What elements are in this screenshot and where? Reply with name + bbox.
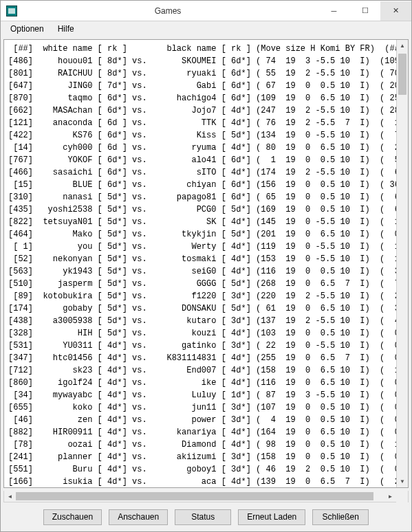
table-row[interactable]: [15] BLUE [ 6d*] vs. chiyan [ 6d*] (156 … <box>8 179 395 191</box>
table-row[interactable]: [882] HIR00911 [ 4d*] vs. kanariya [ 4d*… <box>8 426 395 439</box>
table-row[interactable]: [438] a3005938 [ 5d*] vs. kutaro [ 3d*] … <box>8 315 395 327</box>
game-list[interactable]: [##] white name [ rk ] black name [ rk ]… <box>4 40 396 487</box>
window-frame: Games ─ ☐ ✕ Optionen Hilfe [##] white na… <box>0 0 412 532</box>
button-bar: Zuschauen Anschauen Status Erneut Laden … <box>1 502 411 531</box>
erneut-laden-button[interactable]: Erneut Laden <box>238 509 305 525</box>
table-row[interactable]: [422] KS76 [ 6d*] vs. Kiss [ 5d*] (134 1… <box>8 129 395 142</box>
menubar: Optionen Hilfe <box>1 21 411 36</box>
scroll-up-icon[interactable]: ▲ <box>397 40 408 52</box>
window-title: Games <box>17 6 318 16</box>
table-row[interactable]: [466] sasaichi [ 6d*] vs. sITO [ 4d*] (1… <box>8 166 395 179</box>
table-row[interactable]: [464] Mako [ 5d*] vs. tkykjin [ 5d*] (20… <box>8 228 395 241</box>
table-row[interactable]: [531] YU0311 [ 4d*] vs. gatinko [ 3d*] (… <box>8 340 395 352</box>
scroll-track-horizontal[interactable] <box>16 491 384 502</box>
table-row[interactable]: [328] HIH [ 5d*] vs. kouzi [ 4d*] (103 1… <box>8 327 395 340</box>
table-row[interactable]: [310] nanasi [ 5d*] vs. papago81 [ 6d*] … <box>8 191 395 203</box>
table-row[interactable]: [241] planner [ 4d*] vs. akiizumi [ 3d*]… <box>8 451 395 463</box>
table-row[interactable]: [174] gobaby [ 5d*] vs. DONSAKU [ 5d*] (… <box>8 302 395 315</box>
table-row[interactable]: [46] zen [ 4d*] vs. power [ 3d*] ( 4 19 … <box>8 414 395 426</box>
menu-hilfe[interactable]: Hilfe <box>51 23 81 35</box>
scroll-corner <box>396 491 408 502</box>
horizontal-scrollbar[interactable]: ◄ ► <box>3 491 409 502</box>
close-button[interactable]: ✕ <box>380 1 411 21</box>
anschauen-button[interactable]: Anschauen <box>109 509 168 525</box>
table-row[interactable]: [435] yoshi2538 [ 5d*] vs. PCG0 [ 5d*] (… <box>8 203 395 216</box>
window-controls: ─ ☐ ✕ <box>318 1 411 21</box>
maximize-button[interactable]: ☐ <box>349 1 380 21</box>
status-button[interactable]: Status <box>175 509 231 525</box>
table-row[interactable]: [551] Buru [ 4d*] vs. goboy1 [ 3d*] ( 46… <box>8 463 395 476</box>
table-row[interactable]: [ 1] you [ 5d*] vs. Werty [ 4d*] (119 19… <box>8 241 395 253</box>
table-row[interactable]: [347] htc01456 [ 4d*] vs. K831114831 [ 4… <box>8 352 395 364</box>
table-row[interactable]: [655] koko [ 4d*] vs. jun11 [ 3d*] (107 … <box>8 401 395 414</box>
menu-optionen[interactable]: Optionen <box>3 23 51 35</box>
table-row[interactable]: [662] MASAchan [ 6d*] vs. Jojo7 [ 4d*] (… <box>8 104 395 117</box>
app-icon <box>6 5 17 16</box>
table-row[interactable]: [34] mywayabc [ 4d*] vs. Luluy [ 1d*] ( … <box>8 389 395 401</box>
table-row[interactable]: [767] YOKOF [ 6d*] vs. alo41 [ 6d*] ( 1 … <box>8 154 395 166</box>
table-row[interactable]: [78] oozai [ 4d*] vs. Diamond [ 4d*] ( 9… <box>8 439 395 451</box>
table-row[interactable]: [89] kotobukira [ 5d*] vs. f1220 [ 3d*] … <box>8 290 395 302</box>
scroll-right-icon[interactable]: ► <box>384 491 396 502</box>
table-row[interactable]: [822] tetsuyaN01 [ 5d*] vs. SK [ 4d*] (1… <box>8 216 395 228</box>
table-row[interactable]: [52] nekonyan [ 5d*] vs. tosmaki [ 4d*] … <box>8 253 395 265</box>
table-row[interactable]: [801] RAICHUU [ 8d*] vs. ryuaki [ 6d*] (… <box>8 67 395 80</box>
table-row[interactable]: [486] houou01 [ 8d*] vs. SKOUMEI [ 6d*] … <box>8 55 395 67</box>
table-row[interactable]: [712] sk23 [ 4d*] vs. End007 [ 4d*] (158… <box>8 364 395 377</box>
zuschauen-button[interactable]: Zuschauen <box>43 509 102 525</box>
table-row[interactable]: [14] cyh000 [ 6d ] vs. ryuma [ 4d*] ( 80… <box>8 142 395 154</box>
content-area: [##] white name [ rk ] black name [ rk ]… <box>3 39 409 488</box>
scroll-down-icon[interactable]: ▼ <box>397 476 408 487</box>
table-row[interactable]: [647] JING0 [ 7d*] vs. Gabi [ 6d*] ( 67 … <box>8 80 395 92</box>
table-row[interactable]: [166] isukia [ 4d*] vs. aca [ 4d*] (139 … <box>8 476 395 487</box>
scroll-thumb-vertical[interactable] <box>398 54 406 95</box>
scroll-left-icon[interactable]: ◄ <box>4 491 16 502</box>
minimize-button[interactable]: ─ <box>318 1 349 21</box>
scroll-thumb-horizontal[interactable] <box>16 492 373 500</box>
table-row[interactable]: [563] yk1943 [ 5d*] vs. seiG0 [ 4d*] (11… <box>8 265 395 278</box>
table-row[interactable]: [860] igolf24 [ 4d*] vs. ike [ 4d*] (116… <box>8 377 395 389</box>
titlebar[interactable]: Games ─ ☐ ✕ <box>1 1 411 21</box>
column-header-row: [##] white name [ rk ] black name [ rk ]… <box>8 43 395 55</box>
table-row[interactable]: [510] jasperm [ 5d*] vs. GGGG [ 5d*] (26… <box>8 278 395 290</box>
schliessen-button[interactable]: Schließen <box>312 509 369 525</box>
table-row[interactable]: [870] taqmo [ 6d*] vs. hachigo4 [ 6d*] (… <box>8 92 395 104</box>
table-row[interactable]: [121] anaconda [ 6d ] vs. TTK [ 4d*] ( 7… <box>8 117 395 129</box>
vertical-scrollbar[interactable]: ▲ ▼ <box>396 40 408 487</box>
